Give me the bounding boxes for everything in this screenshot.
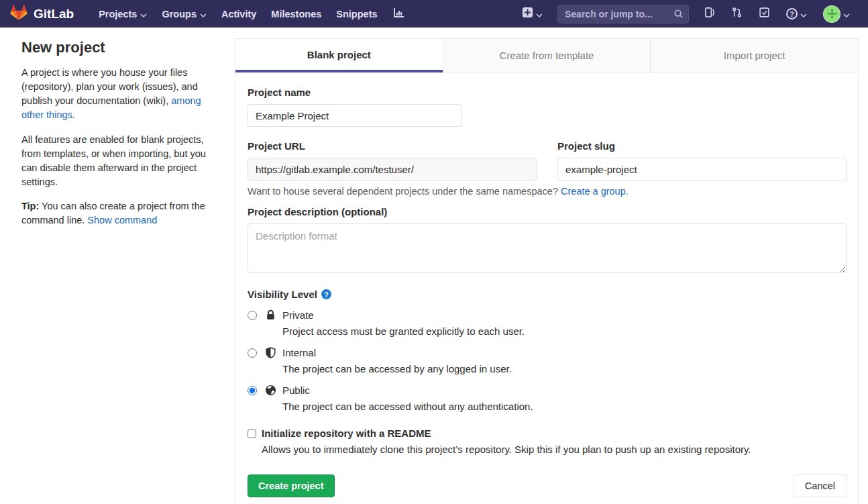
visibility-level-label: Visibility Level — [248, 289, 317, 300]
visibility-option-name: Internal — [282, 347, 512, 359]
issues-icon-button[interactable] — [696, 0, 723, 28]
visibility-option-description: Project access must be granted explicitl… — [282, 325, 525, 338]
private-radio[interactable] — [248, 311, 257, 320]
visibility-option-name: Public — [282, 385, 533, 397]
chevron-down-icon — [200, 9, 207, 19]
new-project-sidebar: New project A project is where you house… — [0, 28, 235, 238]
todos-icon-button[interactable] — [751, 0, 778, 28]
visibility-option-name: Private — [282, 309, 525, 321]
project-description-textarea[interactable] — [248, 223, 847, 273]
nav-milestones[interactable]: Milestones — [264, 0, 329, 28]
project-description-label: Project description (optional) — [248, 206, 847, 217]
readme-checkbox[interactable] — [248, 430, 256, 438]
visibility-help-icon[interactable]: ? — [321, 289, 331, 299]
tab-create-from-template[interactable]: Create from template — [443, 39, 651, 72]
chevron-down-icon — [843, 8, 850, 20]
help-icon: ? — [786, 8, 798, 19]
project-url-namespace-input[interactable] — [248, 158, 537, 181]
chevron-down-icon — [800, 8, 807, 20]
nav-charts[interactable] — [385, 0, 412, 28]
tip-paragraph: Tip: You can also create a project from … — [21, 199, 213, 228]
nav-groups[interactable]: Groups — [154, 0, 214, 28]
plus-square-icon — [522, 7, 533, 21]
search-input[interactable] — [557, 5, 689, 23]
new-menu-button[interactable] — [514, 0, 551, 28]
cancel-button[interactable]: Cancel — [794, 474, 847, 497]
project-name-label: Project name — [248, 87, 462, 98]
visibility-option-private[interactable]: Private Project access must be granted e… — [248, 309, 847, 338]
create-a-group-link[interactable]: Create a group. — [561, 186, 629, 197]
tip-label: Tip: — [21, 201, 39, 211]
navbar-right-cluster: ? — [514, 0, 858, 28]
visibility-option-description: The project can be accessed by any logge… — [282, 362, 512, 375]
nav-snippets[interactable]: Snippets — [329, 0, 384, 28]
intro-paragraph: A project is where you house your files … — [21, 66, 213, 123]
project-name-input[interactable] — [248, 104, 462, 127]
show-command-link[interactable]: Show command — [87, 215, 157, 225]
help-menu-button[interactable]: ? — [778, 0, 815, 28]
tanuki-logo-icon — [10, 4, 28, 23]
shield-icon — [264, 347, 276, 358]
search-icon — [673, 9, 684, 21]
gitlab-home-link[interactable]: GitLab — [10, 4, 74, 23]
project-url-label: Project URL — [248, 140, 537, 152]
create-project-button[interactable]: Create project — [248, 474, 335, 497]
global-search — [557, 5, 689, 23]
user-avatar — [823, 5, 840, 23]
chevron-down-icon — [140, 9, 147, 19]
new-project-form: Project name Project URL Project slug Wa… — [235, 72, 858, 504]
readme-description: Allows you to immediately clone this pro… — [262, 443, 751, 456]
namespace-hint: Want to house several dependent projects… — [248, 186, 847, 197]
readme-label: Initialize repository with a README — [262, 427, 751, 440]
page-title: New project — [21, 39, 213, 56]
visibility-option-internal[interactable]: Internal The project can be accessed by … — [248, 347, 847, 375]
visibility-section: Visibility Level ? Private Project acces… — [248, 289, 847, 413]
nav-activity[interactable]: Activity — [214, 0, 264, 28]
user-menu-button[interactable] — [815, 0, 858, 28]
merge-requests-icon-button[interactable] — [723, 0, 751, 28]
tab-blank-project[interactable]: Blank project — [235, 39, 443, 72]
globe-icon — [264, 385, 276, 396]
visibility-option-description: The project can be accessed without any … — [282, 400, 533, 413]
issues-icon — [704, 7, 715, 21]
project-slug-input[interactable] — [557, 158, 847, 181]
brand-name: GitLab — [34, 7, 74, 21]
project-slug-label: Project slug — [557, 140, 847, 152]
chevron-down-icon — [536, 8, 543, 20]
lock-icon — [264, 309, 276, 321]
visibility-option-public[interactable]: Public The project can be accessed witho… — [248, 385, 847, 413]
internal-radio[interactable] — [248, 348, 257, 358]
features-paragraph: All features are enabled for blank proje… — [21, 133, 213, 190]
bar-chart-icon — [392, 7, 404, 20]
todo-check-icon — [759, 7, 770, 21]
merge-request-icon — [731, 7, 743, 21]
nav-projects[interactable]: Projects — [91, 0, 154, 28]
primary-nav: Projects Groups Activity Milestones Snip… — [91, 0, 411, 28]
tab-import-project[interactable]: Import project — [650, 39, 858, 72]
public-radio[interactable] — [248, 386, 257, 395]
top-navbar: GitLab Projects Groups Activity Mileston… — [0, 0, 868, 28]
new-project-panel: Blank project Create from template Impor… — [235, 38, 859, 504]
project-type-tabs: Blank project Create from template Impor… — [235, 38, 858, 72]
initialize-readme-option[interactable]: Initialize repository with a README Allo… — [248, 427, 847, 456]
